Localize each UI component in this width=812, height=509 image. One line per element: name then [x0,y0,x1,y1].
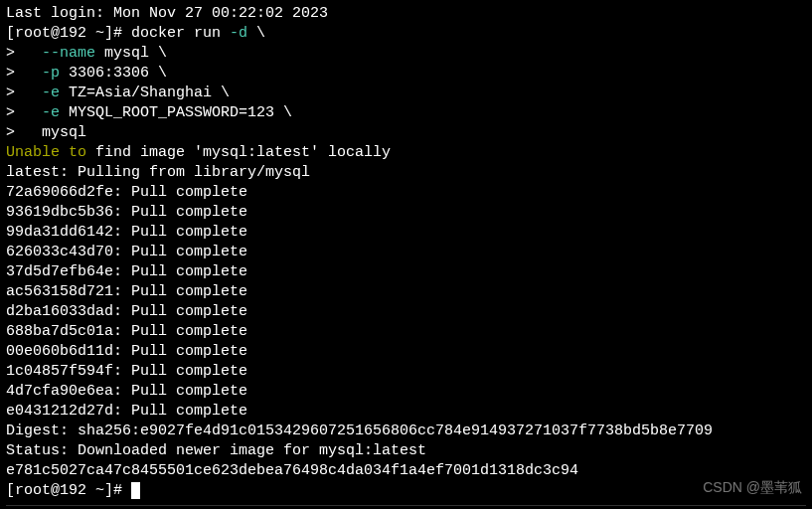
layer-line: e0431212d27d: Pull complete [6,402,806,422]
flag-name: --name [42,45,95,62]
continuation-line[interactable]: > --name mysql \ [6,44,806,64]
cont-prefix: > mysql [6,124,86,141]
prompt-userhost: [root@192 ~]# [6,25,122,42]
layer-line: d2ba16033dad: Pull complete [6,302,806,322]
unable-line: Unable to find image 'mysql:latest' loca… [6,143,806,163]
watermark: CSDN @墨苇狐 [703,477,802,497]
flag-e-tz: -e [42,85,60,101]
flag-p: -p [42,65,60,82]
flag-d: -d [230,25,247,42]
layer-line: 4d7cfa90e6ea: Pull complete [6,382,806,402]
cont-rest: MYSQL_ROOT_PASSWORD=123 \ [60,104,292,121]
digest-line: Digest: sha256:e9027fe4d91c0153429607251… [6,422,806,441]
layer-line: 72a69066d2fe: Pull complete [6,183,806,203]
layer-line: 1c04857f594f: Pull complete [6,362,806,382]
cont-prefix: > [6,104,42,121]
pulling-line: latest: Pulling from library/mysql [6,163,806,183]
prompt-line-2[interactable]: [root@192 ~]# [6,481,806,501]
prompt-userhost: [root@192 ~]# [6,482,131,499]
cont-rest: 3306:3306 \ [60,65,167,82]
continuation-line[interactable]: > -e MYSQL_ROOT_PASSWORD=123 \ [6,103,806,123]
last-login-line: Last login: Mon Nov 27 00:22:02 2023 [6,4,806,24]
continuation-line[interactable]: > -p 3306:3306 \ [6,64,806,84]
cursor-icon [131,482,140,499]
cont-rest: mysql \ [95,45,167,62]
cmd-text: docker run [122,25,230,42]
divider [6,505,806,506]
unable-post: find image 'mysql:latest' locally [86,144,391,161]
layer-line: 99da31dd6142: Pull complete [6,223,806,243]
flag-e-pw: -e [42,104,60,121]
cont-prefix: > [6,85,42,101]
layer-line: 626033c43d70: Pull complete [6,243,806,262]
layer-line: 00e060b6d11d: Pull complete [6,342,806,362]
cmd-tail: \ [247,25,265,42]
cont-rest: TZ=Asia/Shanghai \ [60,85,230,101]
cont-prefix: > [6,65,42,82]
layer-line: ac563158d721: Pull complete [6,282,806,302]
layer-line: 93619dbc5b36: Pull complete [6,203,806,223]
layer-line: 688ba7d5c01a: Pull complete [6,322,806,342]
unable-pre: Unable to [6,144,86,161]
cont-prefix: > [6,45,42,62]
continuation-line[interactable]: > mysql [6,123,806,143]
continuation-line[interactable]: > -e TZ=Asia/Shanghai \ [6,84,806,103]
prompt-line-1[interactable]: [root@192 ~]# docker run -d \ [6,24,806,44]
layer-line: 37d5d7efb64e: Pull complete [6,262,806,282]
container-id-line: e781c5027ca47c8455501ce623debea76498c4da… [6,461,806,481]
status-line: Status: Downloaded newer image for mysql… [6,441,806,461]
